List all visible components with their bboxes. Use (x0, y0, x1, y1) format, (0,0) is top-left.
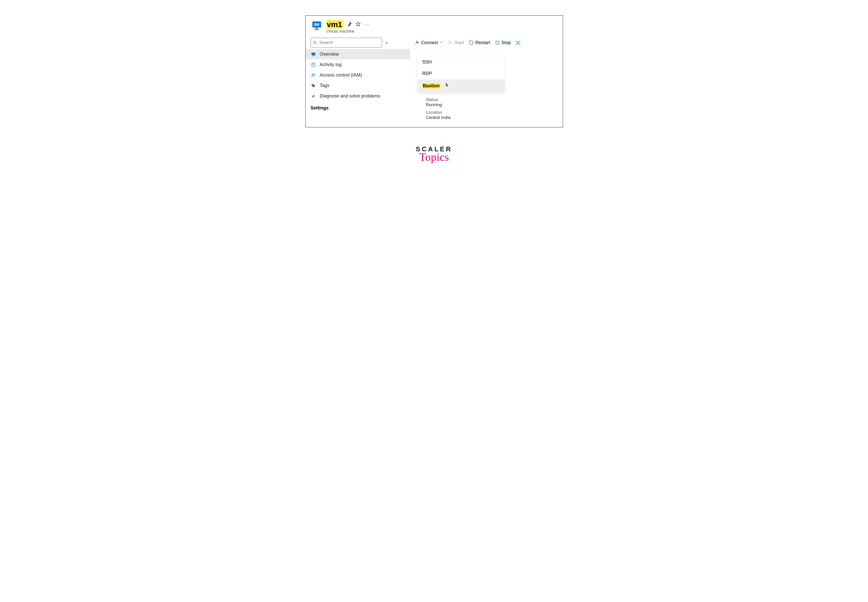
start-label: Start (454, 40, 464, 45)
nav-overview-label: Overview (320, 52, 339, 57)
capture-button[interactable] (516, 40, 521, 45)
nav-tags-label: Tags (320, 83, 329, 88)
vm-icon (310, 20, 323, 31)
log-icon (310, 63, 316, 67)
svg-rect-8 (496, 41, 499, 44)
svg-point-5 (313, 41, 316, 43)
svg-line-6 (315, 43, 316, 44)
nav-overview[interactable]: Overview (306, 49, 410, 60)
vm-blade-panel: vm1 ··· Virtual machine (305, 15, 563, 127)
svg-point-16 (313, 74, 315, 75)
tag-icon (310, 83, 316, 88)
pin-icon[interactable] (347, 22, 352, 28)
svg-marker-7 (449, 41, 452, 44)
search-toolbar-row: « Connect Start (306, 35, 563, 48)
stop-icon (495, 40, 500, 45)
bastion-label: Bastion (422, 83, 440, 89)
status-value: Running (426, 102, 450, 108)
search-input[interactable] (319, 40, 380, 45)
nav-diagnose[interactable]: Diagnose and solve problems (306, 91, 410, 101)
logo-topics: Topics (416, 150, 452, 164)
connect-option-ssh[interactable]: SSH (418, 57, 505, 68)
svg-marker-4 (356, 22, 360, 26)
search-box[interactable] (310, 38, 382, 48)
svg-rect-9 (517, 42, 519, 44)
essentials-block: Status Running Location Central India (426, 97, 450, 123)
nav-activity-log[interactable]: Activity log (306, 60, 410, 70)
nav-tags[interactable]: Tags (306, 80, 410, 91)
svg-point-17 (312, 84, 313, 85)
collapse-sidebar-icon[interactable]: « (384, 40, 389, 45)
connect-icon (414, 40, 419, 45)
svg-rect-11 (313, 55, 314, 56)
nav-diagnose-label: Diagnose and solve problems (320, 94, 380, 99)
nav-access-control[interactable]: Access control (IAM) (306, 70, 410, 80)
capture-icon (516, 40, 521, 45)
chevron-down-icon (439, 40, 443, 45)
resource-title: vm1 (326, 20, 343, 29)
connect-option-rdp[interactable]: RDP (418, 68, 505, 79)
monitor-icon (310, 52, 316, 57)
stop-label: Stop (501, 40, 511, 45)
more-icon[interactable]: ··· (364, 22, 370, 27)
command-bar: Connect Start Restart (414, 40, 521, 45)
start-button[interactable]: Start (448, 40, 464, 45)
connect-dropdown: SSH RDP Bastion (418, 57, 505, 92)
title-column: vm1 ··· Virtual machine (326, 20, 370, 34)
connect-label: Connect (421, 40, 438, 45)
footer-logo: SCALER Topics (416, 145, 452, 164)
wrench-icon (310, 94, 316, 98)
rdp-label: RDP (422, 71, 432, 76)
svg-rect-10 (311, 52, 315, 55)
nav-activity-label: Activity log (320, 62, 342, 68)
resource-type-label: Virtual machine (326, 29, 370, 34)
favorite-star-icon[interactable] (355, 22, 361, 28)
nav-section-settings: Settings (306, 101, 410, 112)
restart-icon (469, 40, 474, 45)
restart-button[interactable]: Restart (469, 40, 490, 45)
restart-label: Restart (475, 40, 490, 45)
pointer-cursor-icon (444, 83, 449, 89)
connect-option-bastion[interactable]: Bastion (418, 79, 505, 92)
header-row: vm1 ··· Virtual machine (306, 15, 563, 35)
nav-iam-label: Access control (IAM) (320, 72, 362, 78)
svg-rect-3 (315, 29, 319, 30)
status-label: Status (426, 97, 450, 102)
people-icon (310, 73, 316, 78)
location-label: Location (426, 110, 450, 115)
title-row: vm1 ··· (326, 20, 370, 29)
stop-button[interactable]: Stop (495, 40, 511, 45)
svg-rect-1 (314, 23, 319, 26)
search-icon (313, 41, 317, 45)
connect-button[interactable]: Connect (414, 40, 443, 45)
play-icon (448, 40, 453, 45)
sidebar-nav: Overview Activity log Access control (IA… (306, 48, 410, 112)
svg-point-15 (312, 74, 313, 75)
location-value: Central India (426, 115, 450, 120)
svg-rect-2 (316, 28, 318, 29)
ssh-label: SSH (422, 60, 432, 65)
